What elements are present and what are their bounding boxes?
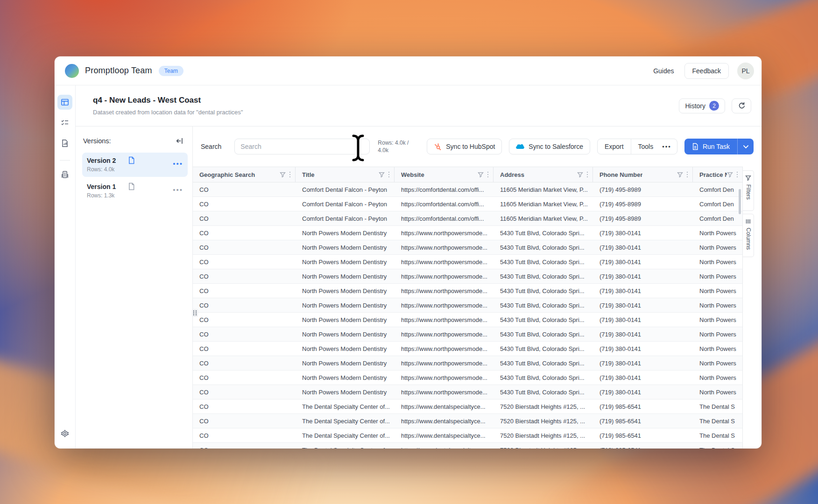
table-cell[interactable]: https://www.northpowersmode... (395, 255, 494, 269)
table-cell[interactable]: North Powers (693, 298, 742, 312)
table-cell[interactable]: Comfort Dental Falcon - Peyton (296, 211, 395, 225)
table-cell[interactable]: The Dental S (693, 443, 742, 448)
guides-link[interactable]: Guides (649, 63, 678, 78)
sidebar-item-reports[interactable] (57, 136, 72, 151)
sidebar-item-organization[interactable] (57, 167, 72, 182)
sidebar-item-tasks[interactable] (57, 115, 72, 130)
settings-button[interactable] (57, 426, 72, 441)
table-cell[interactable]: (719) 985-6541 (593, 399, 693, 413)
table-cell[interactable]: 5430 Tutt Blvd, Colorado Spri... (494, 313, 593, 327)
table-cell[interactable]: North Powers Modern Dentistry (296, 371, 395, 385)
table-cell[interactable]: CO (193, 313, 296, 327)
table-cell[interactable]: North Powers Modern Dentistry (296, 269, 395, 283)
table-cell[interactable]: CO (193, 211, 296, 225)
table-row[interactable]: CONorth Powers Modern Dentistryhttps://w… (193, 298, 742, 313)
table-cell[interactable]: 5430 Tutt Blvd, Colorado Spri... (494, 298, 593, 312)
table-cell[interactable]: North Powers (693, 385, 742, 399)
table-cell[interactable]: North Powers (693, 342, 742, 356)
table-row[interactable]: CONorth Powers Modern Dentistryhttps://w… (193, 371, 742, 385)
column-header-geographic-search[interactable]: Geographic Search (193, 167, 296, 182)
table-cell[interactable]: (719) 495-8989 (593, 211, 693, 225)
more-options-icon[interactable]: ••• (660, 139, 677, 154)
table-cell[interactable]: 11605 Meridian Market View, P... (494, 182, 593, 196)
table-cell[interactable]: 5430 Tutt Blvd, Colorado Spri... (494, 255, 593, 269)
table-cell[interactable]: https://www.dentalspecialtyce... (395, 414, 494, 428)
table-row[interactable]: CONorth Powers Modern Dentistryhttps://w… (193, 342, 742, 356)
table-cell[interactable]: (719) 495-8989 (593, 182, 693, 196)
table-cell[interactable]: CO (193, 197, 296, 211)
table-cell[interactable]: CO (193, 284, 296, 298)
table-cell[interactable]: CO (193, 269, 296, 283)
table-row[interactable]: COThe Dental Specialty Center of...https… (193, 443, 742, 448)
table-cell[interactable]: https://comfortdental.com/offi... (395, 211, 494, 225)
search-input[interactable] (234, 139, 370, 154)
version-menu-icon[interactable]: ••• (173, 182, 183, 193)
table-cell[interactable]: North Powers (693, 269, 742, 283)
table-cell[interactable]: https://www.northpowersmode... (395, 356, 494, 370)
table-cell[interactable]: (719) 380-0141 (593, 385, 693, 399)
table-cell[interactable]: North Powers (693, 356, 742, 370)
table-cell[interactable]: North Powers Modern Dentistry (296, 327, 395, 341)
table-cell[interactable]: 5430 Tutt Blvd, Colorado Spri... (494, 327, 593, 341)
filter-funnel-icon[interactable] (727, 172, 733, 178)
table-cell[interactable]: 7520 Bierstadt Heights #125, ... (494, 399, 593, 413)
column-menu-icon[interactable] (487, 172, 489, 178)
table-row[interactable]: CONorth Powers Modern Dentistryhttps://w… (193, 226, 742, 240)
table-cell[interactable]: North Powers (693, 226, 742, 240)
table-row[interactable]: COThe Dental Specialty Center of...https… (193, 399, 742, 414)
table-cell[interactable]: North Powers (693, 371, 742, 385)
table-row[interactable]: CONorth Powers Modern Dentistryhttps://w… (193, 313, 742, 327)
table-cell[interactable]: https://www.dentalspecialtyce... (395, 399, 494, 413)
table-cell[interactable]: https://www.northpowersmode... (395, 240, 494, 254)
table-cell[interactable]: Comfort Den (693, 182, 742, 196)
table-cell[interactable]: North Powers Modern Dentistry (296, 385, 395, 399)
table-cell[interactable]: 7520 Bierstadt Heights #125, ... (494, 443, 593, 448)
table-cell[interactable]: CO (193, 226, 296, 240)
sync-salesforce-button[interactable]: Sync to Salesforce (509, 139, 590, 154)
feedback-button[interactable]: Feedback (684, 63, 729, 79)
column-header-phone-number[interactable]: Phone Number (593, 167, 693, 182)
table-row[interactable]: CONorth Powers Modern Dentistryhttps://w… (193, 284, 742, 298)
column-menu-icon[interactable] (737, 172, 738, 178)
export-button[interactable]: Export (598, 139, 630, 154)
table-cell[interactable]: (719) 985-6541 (593, 428, 693, 442)
table-cell[interactable]: (719) 380-0141 (593, 313, 693, 327)
filter-funnel-icon[interactable] (379, 172, 385, 178)
table-row[interactable]: CONorth Powers Modern Dentistryhttps://w… (193, 327, 742, 342)
table-cell[interactable]: (719) 380-0141 (593, 269, 693, 283)
table-cell[interactable]: CO (193, 356, 296, 370)
table-cell[interactable]: North Powers (693, 327, 742, 341)
table-cell[interactable]: CO (193, 428, 296, 442)
table-cell[interactable]: https://www.northpowersmode... (395, 371, 494, 385)
table-cell[interactable]: CO (193, 385, 296, 399)
table-row[interactable]: COThe Dental Specialty Center of...https… (193, 414, 742, 428)
table-cell[interactable]: Comfort Den (693, 197, 742, 211)
sidebar-item-table-view[interactable] (57, 95, 72, 110)
column-menu-icon[interactable] (388, 172, 390, 178)
table-cell[interactable]: 11605 Meridian Market View, P... (494, 197, 593, 211)
table-cell[interactable]: CO (193, 182, 296, 196)
tools-button[interactable]: Tools (631, 139, 661, 154)
filter-funnel-icon[interactable] (280, 172, 286, 178)
table-cell[interactable]: North Powers (693, 313, 742, 327)
table-cell[interactable]: North Powers Modern Dentistry (296, 313, 395, 327)
table-cell[interactable]: https://www.northpowersmode... (395, 269, 494, 283)
column-menu-icon[interactable] (687, 172, 688, 178)
table-cell[interactable]: (719) 495-8989 (593, 197, 693, 211)
table-cell[interactable]: https://www.northpowersmode... (395, 313, 494, 327)
column-header-practice-name[interactable]: Practice Name (693, 167, 742, 182)
table-cell[interactable]: 5430 Tutt Blvd, Colorado Spri... (494, 385, 593, 399)
table-cell[interactable]: https://comfortdental.com/offi... (395, 182, 494, 196)
table-cell[interactable]: CO (193, 255, 296, 269)
table-row[interactable]: COComfort Dental Falcon - Peytonhttps://… (193, 197, 742, 211)
table-cell[interactable]: 5430 Tutt Blvd, Colorado Spri... (494, 240, 593, 254)
table-cell[interactable]: Comfort Dental Falcon - Peyton (296, 182, 395, 196)
collapse-panel-icon[interactable] (176, 137, 184, 145)
table-row[interactable]: CONorth Powers Modern Dentistryhttps://w… (193, 356, 742, 371)
table-cell[interactable]: (719) 380-0141 (593, 240, 693, 254)
filter-funnel-icon[interactable] (677, 172, 683, 178)
table-cell[interactable]: CO (193, 399, 296, 413)
run-task-dropdown[interactable] (738, 139, 754, 154)
table-cell[interactable]: 5430 Tutt Blvd, Colorado Spri... (494, 284, 593, 298)
table-row[interactable]: CONorth Powers Modern Dentistryhttps://w… (193, 255, 742, 269)
